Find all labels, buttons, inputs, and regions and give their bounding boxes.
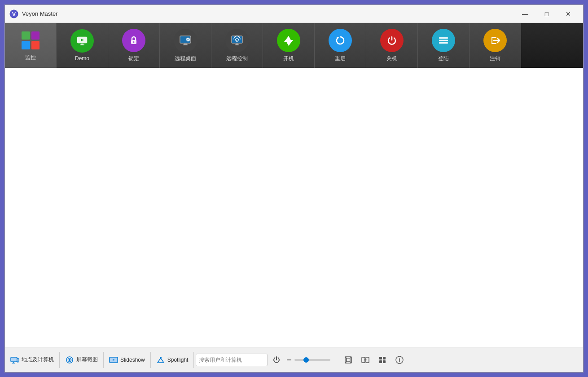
toolbar-item-monitor[interactable]: 监控 xyxy=(5,23,57,68)
separator-1 xyxy=(59,352,60,368)
window-title: Veyon Master xyxy=(22,10,515,17)
zoom-min-icon xyxy=(285,356,293,364)
toolbar-item-demo[interactable]: Demo xyxy=(57,23,108,68)
zoom-track[interactable] xyxy=(294,359,330,361)
remote-icon-button[interactable] xyxy=(357,352,373,368)
toolbar-spacer xyxy=(521,23,583,68)
zoom-thumb xyxy=(303,357,309,363)
monitor-label: 监控 xyxy=(25,54,36,62)
svg-point-34 xyxy=(69,359,70,361)
svg-rect-25 xyxy=(439,42,448,44)
svg-rect-53 xyxy=(379,360,382,363)
power-icon xyxy=(272,355,281,364)
screenshot-label: 屏幕截图 xyxy=(76,356,98,364)
power-off-label: 关机 xyxy=(386,55,397,62)
svg-rect-27 xyxy=(11,358,17,361)
restart-label: 重启 xyxy=(335,55,346,62)
svg-rect-39 xyxy=(287,359,291,360)
toolbar-item-restart[interactable]: 重启 xyxy=(315,23,366,68)
svg-point-18 xyxy=(237,40,238,42)
maximize-button[interactable]: □ xyxy=(536,7,557,21)
slideshow-label: Slideshow xyxy=(120,357,145,363)
info-icon: i xyxy=(395,355,404,364)
toolbar-item-logout[interactable]: 注销 xyxy=(470,23,521,68)
separator-2 xyxy=(103,352,104,368)
spotlight-button[interactable]: Spotlight xyxy=(153,350,192,370)
power-on-icon xyxy=(277,29,300,52)
fullscreen-icon xyxy=(344,355,353,364)
login-label: 登陆 xyxy=(438,55,449,62)
search-input[interactable] xyxy=(199,357,262,363)
demo-icon xyxy=(70,29,94,53)
svg-rect-41 xyxy=(347,358,350,362)
title-bar: V Veyon Master — □ ✕ xyxy=(5,5,583,23)
svg-marker-49 xyxy=(364,359,365,361)
lock-label: 锁定 xyxy=(128,55,139,62)
demo-label: Demo xyxy=(75,55,89,62)
svg-rect-51 xyxy=(379,357,382,359)
toolbar-item-remote-desktop[interactable]: 远程桌面 xyxy=(160,23,211,68)
logout-icon xyxy=(483,29,507,52)
svg-rect-54 xyxy=(383,360,386,363)
locations-icon xyxy=(10,356,19,364)
power-off-icon xyxy=(380,29,404,52)
remote-control-icon xyxy=(225,29,249,52)
toolbar: 监控 Demo xyxy=(5,23,583,68)
remote-control-label: 远程控制 xyxy=(226,55,248,62)
lock-icon xyxy=(122,29,145,52)
minimize-button[interactable]: — xyxy=(515,7,535,21)
svg-marker-21 xyxy=(284,36,293,46)
search-box[interactable] xyxy=(196,354,268,366)
svg-text:V: V xyxy=(12,11,16,18)
separator-4 xyxy=(193,352,194,368)
monitor-icon xyxy=(20,30,41,51)
window-controls: — □ ✕ xyxy=(515,7,579,21)
logout-label: 注销 xyxy=(490,55,500,62)
remote-switch-icon xyxy=(361,355,370,364)
spotlight-icon xyxy=(156,356,165,364)
screenshot-icon xyxy=(65,356,74,364)
zoom-slider[interactable] xyxy=(285,356,339,364)
svg-rect-28 xyxy=(17,359,19,361)
svg-rect-20 xyxy=(235,44,239,45)
toolbar-item-remote-control[interactable]: 远程控制 xyxy=(211,23,263,68)
svg-marker-50 xyxy=(366,359,367,361)
svg-rect-19 xyxy=(236,44,238,44)
info-button[interactable]: i xyxy=(391,352,408,368)
power-on-label: 开机 xyxy=(283,55,294,62)
grid-view-button[interactable] xyxy=(374,352,391,368)
restart-icon xyxy=(329,29,352,52)
grid-view-icon xyxy=(378,355,387,364)
svg-rect-5 xyxy=(81,44,83,44)
zoom-max-icon xyxy=(332,356,339,364)
screenshot-button[interactable]: 屏幕截图 xyxy=(61,350,101,370)
svg-rect-52 xyxy=(383,357,386,359)
remote-desktop-icon xyxy=(174,29,197,52)
svg-rect-14 xyxy=(184,44,187,44)
app-icon: V xyxy=(9,9,18,18)
svg-rect-23 xyxy=(439,37,448,39)
login-icon xyxy=(432,29,455,52)
toolbar-item-login[interactable]: 登陆 xyxy=(418,23,470,68)
power-button[interactable] xyxy=(268,352,285,368)
spotlight-label: Spotlight xyxy=(167,357,189,363)
separator-3 xyxy=(150,352,151,368)
slideshow-button[interactable]: Slideshow xyxy=(105,350,149,370)
toolbar-item-power-on[interactable]: 开机 xyxy=(263,23,315,68)
svg-rect-6 xyxy=(80,44,84,45)
svg-rect-15 xyxy=(183,44,188,45)
locations-label: 地点及计算机 xyxy=(22,356,54,364)
status-bar: 地点及计算机 屏幕截图 Sl xyxy=(5,347,583,372)
locations-button[interactable]: 地点及计算机 xyxy=(7,350,57,370)
main-content xyxy=(5,68,583,347)
toolbar-item-power-off[interactable]: 关机 xyxy=(366,23,418,68)
remote-desktop-label: 远程桌面 xyxy=(175,55,196,62)
slideshow-icon xyxy=(109,356,118,364)
close-button[interactable]: ✕ xyxy=(558,7,579,21)
fullscreen-button[interactable] xyxy=(340,352,356,368)
svg-point-38 xyxy=(160,357,162,359)
toolbar-item-lock[interactable]: 锁定 xyxy=(108,23,160,68)
svg-text:i: i xyxy=(399,357,400,363)
svg-rect-24 xyxy=(439,40,448,41)
svg-point-8 xyxy=(133,41,135,43)
